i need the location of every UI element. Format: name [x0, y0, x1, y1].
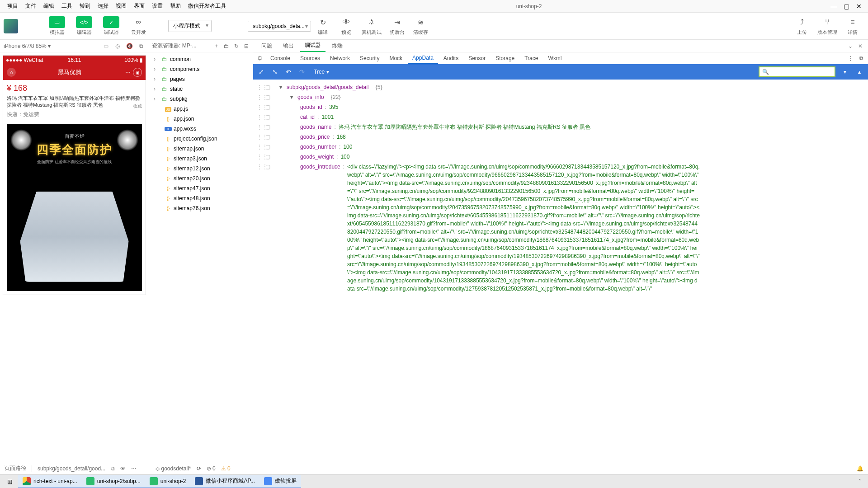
view-mode-select[interactable]: Tree: [311, 68, 332, 76]
menu-settings[interactable]: 设置: [148, 0, 166, 12]
menu-tool[interactable]: 工具: [58, 0, 76, 12]
next-icon[interactable]: ▴: [854, 69, 864, 75]
dt-wxml[interactable]: Wxml: [543, 53, 566, 63]
device-select[interactable]: iPhone 6/7/8 85% ▾: [4, 43, 98, 49]
dt-sensor[interactable]: Sensor: [464, 53, 490, 63]
start-button[interactable]: ⊞: [2, 478, 18, 485]
file-app-js[interactable]: app.js: [149, 104, 253, 114]
compile-button[interactable]: ↻编译: [311, 14, 335, 38]
folder-static[interactable]: ›🗀static: [149, 84, 253, 94]
tray-up-icon[interactable]: ˄: [854, 479, 866, 485]
bell-icon[interactable]: 🔔: [857, 465, 863, 472]
dt-network[interactable]: Network: [326, 53, 354, 63]
menu-project[interactable]: 项目: [4, 0, 22, 12]
sync-icon[interactable]: ⟳: [197, 465, 201, 472]
editor-button[interactable]: </>编辑器: [72, 14, 96, 38]
background-button[interactable]: ⇥切后台: [385, 14, 409, 38]
dt-console[interactable]: Console: [266, 53, 295, 63]
undo-icon[interactable]: ↶: [284, 68, 293, 75]
dt-audits[interactable]: Audits: [439, 53, 463, 63]
dt-appdata[interactable]: AppData: [408, 53, 438, 64]
warning-count[interactable]: ⚠ 0: [221, 465, 231, 472]
file-app-wxss[interactable]: ≡app.wxss: [149, 124, 253, 134]
tab-problems[interactable]: 问题: [257, 40, 277, 52]
file-project-config[interactable]: project.config.json: [149, 134, 253, 144]
file-app-json[interactable]: app.json: [149, 114, 253, 124]
preview-button[interactable]: 👁预览: [335, 14, 358, 38]
phone-body[interactable]: ¥ 168 洛玛 汽车车衣车罩 加厚防晒隔热车套外罩牛津布 福特麦柯斯 探险者 …: [3, 80, 146, 295]
upload-button[interactable]: ⤴上传: [790, 14, 814, 38]
task-cast[interactable]: 傲软投屏: [259, 475, 301, 488]
close-icon[interactable]: ✕: [856, 43, 864, 49]
appdata-search[interactable]: 🔍: [759, 66, 835, 77]
real-debug-button[interactable]: ⛭真机调试: [358, 14, 385, 38]
rotate-icon[interactable]: ▭: [102, 43, 110, 49]
debugger-button[interactable]: ✓调试器: [99, 14, 123, 38]
collapse-icon[interactable]: ⊟: [243, 43, 250, 49]
tab-debugger[interactable]: 调试器: [300, 40, 326, 52]
caret-icon[interactable]: ▾: [279, 83, 284, 91]
file-sitemap76[interactable]: sitemap76.json: [149, 203, 253, 213]
page-select[interactable]: subpkg/goods_deta...: [248, 21, 311, 32]
dock-icon[interactable]: ⧉: [856, 55, 866, 61]
caret-icon[interactable]: ▾: [290, 93, 295, 101]
kebab-icon[interactable]: ⋮: [845, 55, 855, 61]
user-avatar[interactable]: [4, 19, 18, 33]
menu-goto[interactable]: 转到: [76, 0, 94, 12]
task-word[interactable]: 微信小程序商城AP...: [190, 475, 259, 488]
status-tag[interactable]: ◇ goodsdetail*: [156, 465, 191, 472]
refresh-icon[interactable]: ↻: [233, 43, 240, 49]
task-hbuilder[interactable]: uni-shop-2/subp...: [82, 475, 145, 488]
clear-cache-button[interactable]: ≋清缓存: [409, 14, 432, 38]
record-icon[interactable]: ◎: [113, 43, 122, 49]
home-icon[interactable]: ⌂: [7, 68, 16, 77]
status-path[interactable]: subpkg/goods_detail/good...: [38, 465, 105, 472]
copy-icon[interactable]: ⧉: [111, 465, 115, 472]
dt-storage[interactable]: Storage: [491, 53, 519, 63]
cloud-button[interactable]: ∞云开发: [127, 14, 150, 38]
file-sitemap12[interactable]: sitemap12.json: [149, 164, 253, 174]
new-file-icon[interactable]: ＋: [213, 42, 220, 50]
appdata-tree[interactable]: ⋮⋮▢▾subpkg/goods_detail/goods_detail {5}…: [253, 80, 868, 462]
menu-wxtools[interactable]: 微信开发者工具: [184, 0, 230, 12]
mute-icon[interactable]: 🔇: [125, 43, 133, 49]
chevron-down-icon[interactable]: ⌄: [846, 43, 854, 49]
more-icon[interactable]: ⋯: [131, 465, 137, 472]
task-devtools[interactable]: uni-shop-2: [145, 475, 191, 488]
eye-icon[interactable]: 👁: [120, 465, 126, 472]
menu-file[interactable]: 文件: [22, 0, 40, 12]
expand-icon[interactable]: ⤢: [257, 68, 266, 75]
maximize-button[interactable]: ▢: [841, 3, 852, 10]
task-chrome[interactable]: rich-text - uni-ap...: [18, 475, 82, 488]
dt-security[interactable]: Security: [355, 53, 384, 63]
minimize-button[interactable]: —: [828, 3, 839, 10]
simulator-button[interactable]: ▭模拟器: [45, 14, 69, 38]
menu-interface[interactable]: 界面: [130, 0, 148, 12]
file-sitemap20[interactable]: sitemap20.json: [149, 174, 253, 183]
target-icon[interactable]: ◉: [133, 68, 142, 77]
tab-terminal[interactable]: 终端: [327, 40, 347, 52]
file-sitemap48[interactable]: sitemap48.json: [149, 193, 253, 203]
folder-subpkg[interactable]: ›🗀subpkg: [149, 94, 253, 104]
folder-pages[interactable]: ›🗀pages: [149, 74, 253, 84]
folder-common[interactable]: ›🗀common: [149, 54, 253, 64]
close-button[interactable]: ✕: [854, 3, 864, 10]
menu-view[interactable]: 视图: [112, 0, 130, 12]
file-sitemap3[interactable]: sitemap3.json: [149, 154, 253, 164]
tab-output[interactable]: 输出: [278, 40, 298, 52]
menu-edit[interactable]: 编辑: [40, 0, 58, 12]
more-icon[interactable]: ⋯: [123, 69, 133, 75]
inspect-icon[interactable]: ⯐: [255, 55, 265, 61]
menu-select[interactable]: 选择: [94, 0, 112, 12]
dt-sources[interactable]: Sources: [296, 53, 325, 63]
new-folder-icon[interactable]: 🗀: [223, 43, 230, 49]
folder-components[interactable]: ›🗀components: [149, 64, 253, 74]
collapse-icon[interactable]: ⤡: [270, 68, 279, 75]
mode-select[interactable]: 小程序模式: [168, 20, 212, 32]
menu-help[interactable]: 帮助: [166, 0, 184, 12]
file-sitemap47[interactable]: sitemap47.json: [149, 183, 253, 193]
version-button[interactable]: ⑂版本管理: [814, 14, 841, 38]
detail-button[interactable]: ≡详情: [841, 14, 864, 38]
dt-mock[interactable]: Mock: [385, 53, 407, 63]
popout-icon[interactable]: ⧉: [137, 43, 145, 49]
